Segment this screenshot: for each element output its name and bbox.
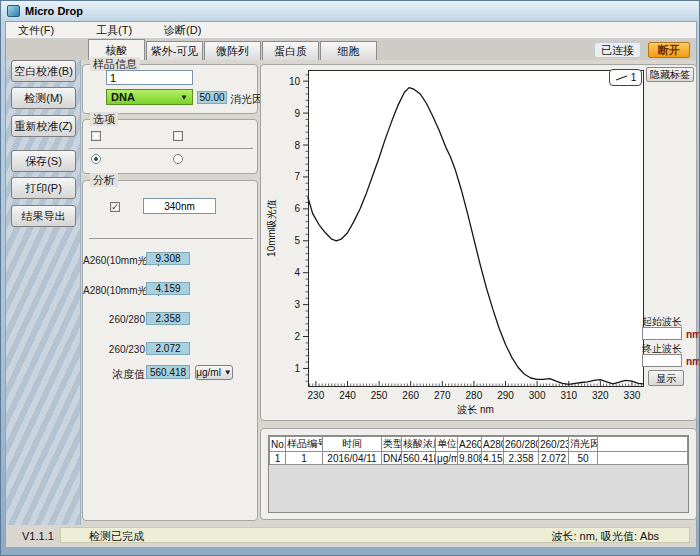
sample-type-select[interactable]: DNA ▼ — [106, 89, 193, 105]
disconnect-button[interactable]: 断开 — [648, 42, 690, 58]
column-header: No. — [270, 437, 286, 452]
svg-text:330: 330 — [624, 390, 641, 401]
connection-area: 已连接 断开 — [594, 41, 690, 58]
chevron-down-icon: ▼ — [224, 368, 232, 377]
extinction-factor-value: 50.00 — [197, 91, 227, 104]
title-bar: Micro Drop — [1, 1, 699, 21]
measure-button[interactable]: 检测(M) — [11, 87, 76, 109]
sample-info-group: 样品信息 DNA ▼ 50.00 消光因子 — [82, 64, 258, 114]
a280-label: A280(10mm光程) — [83, 284, 145, 298]
ratio-260-280-value: 2.358 — [146, 312, 190, 325]
column-header: 单位 — [436, 437, 458, 452]
svg-text:8: 8 — [294, 140, 300, 151]
chart-group: 2302402502602702802903003103203301234567… — [260, 64, 697, 421]
results-table-container: No. 样品编号 时间 类型 核酸浓度 单位 A260 A280 260/280… — [268, 435, 689, 513]
column-header: 260/280 — [504, 437, 539, 452]
menu-item-tools[interactable]: 工具(T) — [86, 22, 142, 39]
menu-bar: 文件(F) 工具(T) 诊断(D) — [6, 22, 696, 39]
show-button[interactable]: 显示 — [648, 370, 684, 386]
version-label: V1.1.1 — [22, 530, 54, 542]
ratio-260-230-value: 2.072 — [146, 342, 190, 355]
column-header: 类型 — [382, 437, 402, 452]
option-radio-1[interactable] — [91, 154, 101, 164]
spectrum-plot: 2302402502602702802903003103203301234567… — [261, 65, 698, 422]
legend-label: 1 — [631, 72, 637, 83]
end-wavelength-input[interactable] — [642, 354, 682, 367]
svg-text:1: 1 — [294, 363, 300, 374]
cell-260-230: 2.072 — [539, 452, 569, 465]
recalibrate-button[interactable]: 重新校准(Z) — [11, 115, 76, 137]
svg-text:4: 4 — [294, 267, 300, 278]
blank-calibration-button[interactable]: 空白校准(B) — [11, 60, 76, 82]
legend-box: 1 — [609, 69, 642, 86]
svg-text:280: 280 — [466, 390, 483, 401]
cell-a280: 4.159 — [482, 452, 504, 465]
unit-select[interactable]: μg/ml ▼ — [195, 365, 233, 380]
analysis-group-label: 分析 — [90, 173, 118, 187]
cell-type: DNA — [382, 452, 402, 465]
cell-factor: 50 — [569, 452, 598, 465]
sample-id-input[interactable] — [106, 70, 193, 85]
option-checkbox-2[interactable] — [173, 131, 183, 141]
cell-filler — [598, 452, 688, 465]
column-header: 消光因子 — [569, 437, 598, 452]
option-radio-2[interactable] — [173, 154, 183, 164]
cell-concentration: 560.418 — [402, 452, 436, 465]
tab-microarray[interactable]: 微阵列 — [204, 41, 261, 60]
a260-label: A260(10mm光程) — [83, 254, 145, 268]
wavelength-input[interactable] — [143, 198, 216, 214]
column-header: 260/230 — [539, 437, 569, 452]
tab-protein[interactable]: 蛋白质 — [262, 41, 319, 60]
cell-time: 2016/04/11 — [323, 452, 382, 465]
analysis-group: 分析 ✓ A260(10mm光程) 9.308 A280(10mm光程) 4.1… — [82, 180, 258, 521]
svg-text:10mm吸光值: 10mm吸光值 — [266, 199, 277, 257]
tab-cell[interactable]: 细胞 — [320, 41, 377, 60]
a260-value: 9.308 — [146, 252, 190, 265]
window-title: Micro Drop — [25, 5, 83, 17]
unit-value: μg/ml — [196, 367, 221, 378]
table-row[interactable]: 1 1 2016/04/11 DNA 560.418 μg/ml 9.808 4… — [270, 452, 688, 465]
column-header-filler — [598, 437, 688, 452]
end-wavelength-unit: nm — [686, 356, 700, 367]
status-bar: V1.1.1 检测已完成 波长: nm, 吸光值: Abs — [6, 525, 696, 547]
client-area: 文件(F) 工具(T) 诊断(D) 核酸 紫外-可见 微阵列 蛋白质 细胞 已连… — [5, 21, 697, 546]
cell-260-280: 2.358 — [504, 452, 539, 465]
sample-info-group-label: 样品信息 — [90, 57, 140, 71]
cell-sample-id: 1 — [286, 452, 323, 465]
start-wavelength-input[interactable] — [642, 327, 682, 340]
svg-text:10: 10 — [289, 76, 301, 87]
print-button[interactable]: 打印(P) — [11, 177, 76, 199]
main-content: 空白校准(B) 检测(M) 重新校准(Z) 保存(S) 打印(P) 结果导出 样… — [6, 60, 696, 525]
hide-labels-button[interactable]: 隐藏标签 — [646, 67, 694, 82]
legend-line-icon — [615, 74, 629, 82]
svg-text:2: 2 — [294, 331, 300, 342]
menu-item-diagnostics[interactable]: 诊断(D) — [154, 22, 211, 39]
svg-text:6: 6 — [294, 203, 300, 214]
a280-value: 4.159 — [146, 282, 190, 295]
save-button[interactable]: 保存(S) — [11, 150, 76, 172]
results-group: No. 样品编号 时间 类型 核酸浓度 单位 A260 A280 260/280… — [260, 428, 697, 520]
column-header: A280 — [482, 437, 504, 452]
export-results-button[interactable]: 结果导出 — [11, 205, 76, 227]
option-checkbox-1[interactable] — [91, 131, 101, 141]
results-table: No. 样品编号 时间 类型 核酸浓度 单位 A260 A280 260/280… — [269, 436, 688, 465]
start-wavelength-unit: nm — [686, 329, 700, 340]
table-header-row: No. 样品编号 时间 类型 核酸浓度 单位 A260 A280 260/280… — [270, 437, 688, 452]
column-header: 核酸浓度 — [402, 437, 436, 452]
svg-text:250: 250 — [371, 390, 388, 401]
column-header: 样品编号 — [286, 437, 323, 452]
analysis-divider — [89, 238, 253, 239]
svg-text:310: 310 — [560, 390, 577, 401]
tab-uv-vis[interactable]: 紫外-可见 — [146, 41, 203, 60]
svg-text:230: 230 — [308, 390, 325, 401]
options-group: 选项 — [82, 119, 258, 174]
menu-item-file[interactable]: 文件(F) — [8, 22, 64, 39]
concentration-label: 浓度值 — [83, 367, 145, 382]
wavelength-checkbox[interactable]: ✓ — [110, 202, 120, 212]
options-divider — [89, 148, 253, 149]
svg-text:320: 320 — [592, 390, 609, 401]
svg-text:300: 300 — [529, 390, 546, 401]
concentration-value: 560.418 — [146, 365, 190, 379]
svg-text:240: 240 — [339, 390, 356, 401]
sidebar: 空白校准(B) 检测(M) 重新校准(Z) 保存(S) 打印(P) 结果导出 — [6, 60, 81, 525]
